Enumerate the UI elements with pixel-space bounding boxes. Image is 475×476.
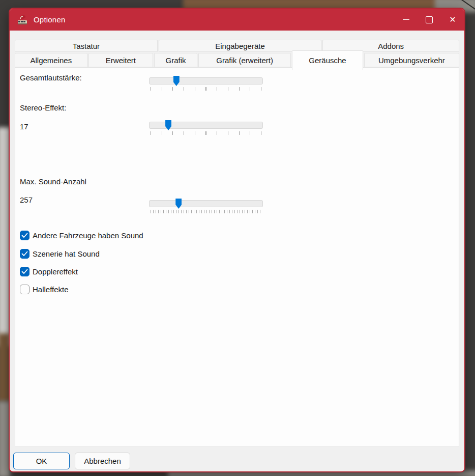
cancel-button[interactable]: Abbrechen bbox=[75, 453, 130, 469]
checkbox-reverb-effects[interactable]: Halleffekte bbox=[20, 284, 69, 295]
checkbox-scenery-sound[interactable]: Szenerie hat Sound bbox=[20, 248, 100, 259]
checkbox-label: Dopplereffekt bbox=[33, 267, 78, 276]
slider-ticks bbox=[151, 210, 261, 213]
maximize-button[interactable] bbox=[418, 9, 441, 31]
max-sounds-value: 257 bbox=[20, 195, 33, 204]
slider-ticks bbox=[151, 131, 261, 135]
titlebar[interactable]: Optionen ✕ bbox=[10, 9, 464, 31]
checkbox-label: Andere Fahrzeuge haben Sound bbox=[33, 231, 143, 240]
tab-erweitert[interactable]: Erweitert bbox=[88, 53, 153, 67]
slider-ticks bbox=[151, 87, 261, 91]
close-icon: ✕ bbox=[449, 16, 456, 24]
max-sounds-slider[interactable] bbox=[149, 199, 263, 214]
tab-grafik[interactable]: Grafik bbox=[154, 53, 197, 67]
checkbox-icon bbox=[20, 285, 29, 294]
tab-geraeusche[interactable]: Geräusche bbox=[292, 50, 363, 70]
slider-thumb[interactable] bbox=[175, 199, 182, 209]
checkbox-doppler-effect[interactable]: Dopplereffekt bbox=[20, 266, 78, 277]
volume-slider[interactable] bbox=[149, 76, 263, 91]
slider-track[interactable] bbox=[149, 77, 263, 85]
window-title: Optionen bbox=[34, 15, 65, 24]
slider-track[interactable] bbox=[149, 200, 263, 207]
omsi2-app-icon bbox=[16, 14, 28, 26]
checkbox-icon bbox=[20, 231, 29, 240]
minimize-button[interactable] bbox=[394, 9, 418, 31]
window-controls: ✕ bbox=[394, 9, 464, 31]
maximize-icon bbox=[426, 16, 433, 23]
close-button[interactable]: ✕ bbox=[441, 9, 464, 31]
ok-button[interactable]: OK bbox=[13, 453, 70, 469]
options-dialog: Optionen ✕ Tastatur Eingabegeräte Addons… bbox=[9, 8, 465, 472]
tab-allgemeines[interactable]: Allgemeines bbox=[15, 53, 87, 67]
checkbox-label: Halleffekte bbox=[33, 285, 69, 294]
minimize-icon bbox=[403, 19, 409, 20]
slider-thumb[interactable] bbox=[173, 76, 180, 86]
checkbox-icon bbox=[20, 249, 29, 259]
stereo-label: Stereo-Effekt: bbox=[20, 103, 66, 112]
tab-bar: Tastatur Eingabegeräte Addons Allgemeine… bbox=[15, 40, 459, 70]
sound-settings-panel: Gesamtlautstärke: Stereo-Effekt: 17 Max.… bbox=[15, 67, 459, 447]
tab-tastatur[interactable]: Tastatur bbox=[15, 40, 158, 52]
stereo-value: 17 bbox=[20, 122, 28, 131]
slider-thumb[interactable] bbox=[165, 120, 171, 130]
max-sounds-label: Max. Sound-Anzahl bbox=[20, 177, 86, 186]
volume-label: Gesamtlautstärke: bbox=[20, 73, 82, 82]
tab-grafik-erweitert[interactable]: Grafik (erweitert) bbox=[198, 53, 291, 67]
tab-row-1: Tastatur Eingabegeräte Addons bbox=[15, 40, 459, 52]
tab-umgebungsverkehr[interactable]: Umgebungsverkehr bbox=[364, 53, 459, 67]
checkbox-icon bbox=[20, 267, 29, 276]
checkbox-other-vehicles-sound[interactable]: Andere Fahrzeuge haben Sound bbox=[20, 230, 143, 241]
checkbox-label: Szenerie hat Sound bbox=[33, 249, 100, 258]
tab-row-2: Allgemeines Erweitert Grafik Grafik (erw… bbox=[15, 53, 459, 70]
stereo-slider[interactable] bbox=[149, 120, 263, 135]
